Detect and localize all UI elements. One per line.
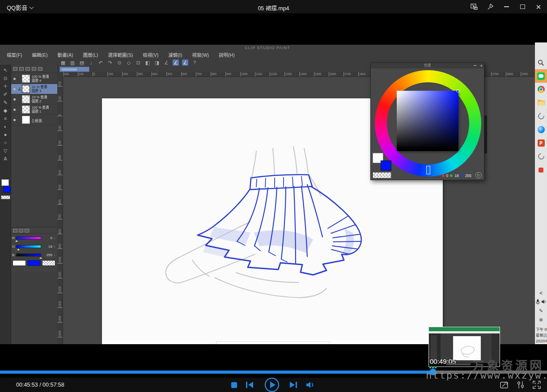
app-swirl-1-taskbar-button[interactable] bbox=[535, 110, 547, 123]
wheel-transparent-swatch[interactable] bbox=[373, 172, 391, 178]
play-button[interactable] bbox=[264, 378, 280, 392]
video-frame[interactable]: CLIP STUDIO PAINT 檔案(F)編輯(E)動畫(A)圖層(L)選擇… bbox=[0, 45, 535, 344]
slider-thumb[interactable] bbox=[15, 240, 18, 242]
blend-tool-icon[interactable]: ◐ bbox=[4, 124, 7, 130]
close-button[interactable]: ✕ bbox=[534, 2, 543, 12]
layer-visibility-eye-icon[interactable] bbox=[13, 109, 16, 111]
line-app-taskbar-button[interactable] bbox=[535, 69, 547, 83]
app-swirl-2-taskbar-button[interactable] bbox=[535, 150, 547, 163]
new-folder-icon[interactable] bbox=[25, 67, 30, 71]
color-mode-cycle-icon[interactable]: ↻ bbox=[475, 172, 482, 178]
slider-thumb[interactable] bbox=[39, 257, 42, 259]
menu-item[interactable]: 檢視(V) bbox=[138, 51, 163, 58]
foreground-color-swatch[interactable] bbox=[1, 179, 9, 186]
start-taskbar-button[interactable] bbox=[535, 42, 547, 56]
stop-button[interactable] bbox=[230, 378, 238, 392]
saturation-value-square[interactable] bbox=[397, 91, 458, 151]
slider-track[interactable] bbox=[16, 236, 41, 240]
app-blue-taskbar-button[interactable] bbox=[535, 123, 547, 136]
selected-color-swatch[interactable] bbox=[3, 186, 11, 193]
move-tool-icon[interactable]: ＋ bbox=[3, 84, 8, 89]
layer-visibility-eye-icon[interactable] bbox=[13, 119, 16, 121]
snap-special-ruler-icon[interactable]: ∠ bbox=[173, 59, 179, 66]
color-slider-row[interactable]: G18↕ bbox=[11, 242, 58, 251]
save-icon[interactable]: ↓ bbox=[88, 59, 94, 66]
help-icon[interactable]: ? bbox=[191, 59, 198, 66]
menu-item[interactable]: 圖層(L) bbox=[78, 51, 103, 58]
chrome-taskbar-button[interactable] bbox=[535, 83, 547, 96]
select-tool-icon[interactable]: ↖ bbox=[3, 67, 7, 73]
slider-track[interactable] bbox=[16, 245, 41, 248]
snap-grid-icon[interactable]: ∠ bbox=[182, 59, 188, 66]
fill-tool-icon[interactable]: ● bbox=[4, 132, 7, 138]
transparent-color-swatch[interactable] bbox=[1, 195, 10, 199]
color-slider-row[interactable]: B255↕ bbox=[11, 251, 58, 259]
wheel-current-color-swatch[interactable] bbox=[381, 160, 391, 171]
slider-thumb[interactable] bbox=[17, 249, 20, 250]
layer-row[interactable]: ∠31 % 普通圖層 3 bbox=[11, 84, 58, 94]
tray-expand-chevron[interactable]: < bbox=[535, 289, 547, 297]
maximize-button[interactable] bbox=[517, 2, 527, 12]
airbrush-tool-icon[interactable]: ≡ bbox=[4, 116, 7, 122]
canvas-scrollbar[interactable] bbox=[484, 115, 487, 154]
layer-row[interactable]: ▯紙張 bbox=[11, 115, 58, 125]
next-button[interactable] bbox=[288, 378, 299, 392]
menu-item[interactable]: 視窗(W) bbox=[187, 51, 214, 58]
deselect-icon[interactable]: ⊙ bbox=[116, 59, 123, 66]
pin-button[interactable] bbox=[485, 2, 495, 12]
slider-track[interactable] bbox=[16, 253, 41, 257]
file-explorer-taskbar-button[interactable] bbox=[535, 96, 547, 110]
color-slider-row[interactable]: R0↕ bbox=[11, 234, 58, 242]
menu-item[interactable]: 檔案(F) bbox=[2, 51, 27, 58]
menu-item[interactable]: 說明(H) bbox=[214, 51, 240, 58]
white-swatch[interactable] bbox=[13, 260, 26, 266]
powerpoint-taskbar-button[interactable]: P bbox=[535, 136, 547, 150]
app-red-taskbar-button[interactable] bbox=[535, 163, 547, 177]
clock[interactable]: 下午 09: 星期三 2020/4/ bbox=[535, 327, 547, 344]
hue-marker[interactable] bbox=[426, 166, 430, 174]
layer-row[interactable]: 100 % 普通圖層 4 bbox=[11, 74, 58, 84]
new-layer-icon[interactable] bbox=[19, 67, 24, 71]
border-icon[interactable]: ⊡ bbox=[135, 59, 141, 66]
microphone-icon[interactable] bbox=[536, 299, 540, 305]
layer-visibility-eye-icon[interactable] bbox=[13, 98, 16, 101]
undo-icon[interactable]: ↶ bbox=[98, 59, 104, 66]
snap-ruler-icon[interactable]: ∠ bbox=[163, 59, 170, 66]
open-file-icon[interactable]: ▤ bbox=[79, 59, 85, 66]
lasso-tool-icon[interactable]: ⊙ bbox=[3, 76, 7, 81]
mask-icon[interactable] bbox=[32, 67, 36, 71]
speaker-icon[interactable] bbox=[541, 299, 547, 304]
menu-item[interactable]: 選擇範圍(S) bbox=[103, 51, 138, 58]
slider-stepper-icon[interactable]: ↕ bbox=[54, 253, 55, 257]
workspace-icon[interactable]: ▦ bbox=[60, 59, 66, 66]
figure-tool-icon[interactable]: ○ bbox=[4, 140, 7, 146]
slider-tab-icon[interactable] bbox=[25, 229, 29, 232]
layer-visibility-eye-icon[interactable] bbox=[13, 78, 16, 80]
pen-tray-icon[interactable]: ✎ bbox=[535, 306, 547, 315]
redo-icon[interactable]: ↷ bbox=[107, 59, 113, 66]
current-color-swatch[interactable] bbox=[27, 260, 41, 266]
eyedropper-tool-icon[interactable]: ✐ bbox=[3, 92, 7, 97]
slider-tab-icon[interactable] bbox=[13, 229, 17, 232]
crop-icon[interactable]: ◇ bbox=[126, 59, 132, 66]
panel-minimize-icon[interactable] bbox=[474, 65, 476, 66]
layer-row[interactable]: 100 % 普通圖層 1 bbox=[11, 105, 58, 115]
panel-close-icon[interactable]: × bbox=[480, 63, 483, 68]
document-tab[interactable] bbox=[59, 67, 89, 72]
rotate-icon[interactable]: ◨ bbox=[154, 59, 160, 66]
slider-stepper-icon[interactable]: ↕ bbox=[54, 236, 55, 240]
flip-icon[interactable]: ◧ bbox=[144, 59, 151, 66]
delete-layer-icon[interactable] bbox=[38, 67, 42, 71]
layer-row[interactable]: 23 % 普通圖層 2 bbox=[11, 94, 58, 105]
menu-item[interactable]: 濾鏡(I) bbox=[163, 51, 187, 58]
blend-mode-icon[interactable] bbox=[13, 67, 17, 71]
text-tool-icon[interactable]: A bbox=[4, 156, 7, 162]
menu-item[interactable]: 動畫(A) bbox=[52, 51, 78, 58]
slider-stepper-icon[interactable]: ↕ bbox=[54, 245, 55, 248]
mini-player-button[interactable] bbox=[469, 2, 479, 12]
layer-visibility-eye-icon[interactable] bbox=[13, 88, 16, 90]
transparent-swatch[interactable] bbox=[42, 260, 55, 266]
menu-item[interactable]: 編輯(E) bbox=[27, 51, 52, 58]
polygon-tool-icon[interactable]: ▽ bbox=[4, 148, 7, 154]
search-taskbar-button[interactable] bbox=[535, 56, 547, 69]
